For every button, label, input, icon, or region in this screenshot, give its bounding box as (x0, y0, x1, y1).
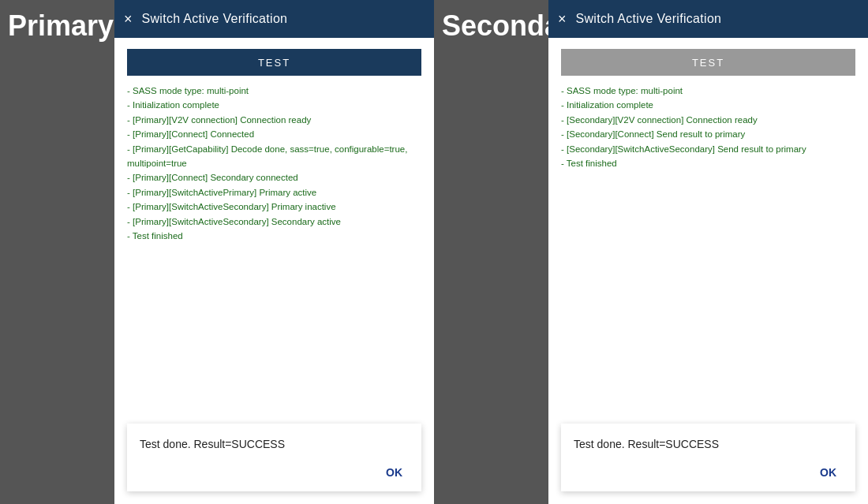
left-panel-label: Primary (0, 0, 114, 504)
right-ok-button[interactable]: OK (814, 463, 843, 482)
right-result-text: Test done. Result=SUCCESS (574, 438, 843, 450)
right-dialog-topbar: × Switch Active Verification (548, 0, 868, 38)
log-line: - [Secondary][SwitchActiveSecondary] Sen… (561, 142, 855, 156)
left-close-button[interactable]: × (124, 12, 133, 26)
log-line: - SASS mode type: multi-point (127, 84, 421, 98)
log-line: - [Primary][SwitchActivePrimary] Primary… (127, 185, 421, 200)
left-test-button[interactable]: TEST (127, 49, 421, 76)
log-line: - [Primary][Connect] Connected (127, 127, 421, 141)
left-dialog-body: TEST - SASS mode type: multi-point- Init… (114, 38, 434, 504)
right-dialog-body: TEST - SASS mode type: multi-point- Init… (548, 38, 868, 504)
primary-label: Primary (8, 9, 114, 43)
right-phone: × Switch Active Verification TEST - SASS… (548, 0, 868, 504)
log-line: - Test finished (561, 156, 855, 170)
right-test-button: TEST (561, 49, 855, 76)
left-panel: Primary × Switch Active Verification TES… (0, 0, 434, 504)
log-line: - Initialization complete (561, 98, 855, 112)
left-phone: × Switch Active Verification TEST - SASS… (114, 0, 434, 504)
left-log-area: - SASS mode type: multi-point- Initializ… (114, 76, 434, 417)
left-result-text: Test done. Result=SUCCESS (140, 438, 409, 450)
log-line: - [Primary][Connect] Secondary connected (127, 170, 421, 185)
left-dialog-title: Switch Active Verification (142, 12, 288, 26)
right-log-area: - SASS mode type: multi-point- Initializ… (548, 76, 868, 417)
log-line: - [Primary][SwitchActiveSecondary] Secon… (127, 215, 421, 229)
right-dialog-overlay: × Switch Active Verification TEST - SASS… (548, 0, 868, 504)
log-line: - Initialization complete (127, 98, 421, 112)
left-ok-button[interactable]: OK (380, 463, 409, 482)
log-line: - [Secondary][Connect] Send result to pr… (561, 127, 855, 141)
right-panel-label: Secondary (434, 0, 548, 504)
log-line: - [Primary][SwitchActiveSecondary] Prima… (127, 200, 421, 214)
right-close-button[interactable]: × (558, 12, 567, 26)
left-dialog-overlay: × Switch Active Verification TEST - SASS… (114, 0, 434, 504)
log-line: - [Secondary][V2V connection] Connection… (561, 113, 855, 127)
log-line: - [Primary][GetCapability] Decode done, … (127, 142, 421, 171)
right-panel: Secondary × Switch Active Verification T… (434, 0, 868, 504)
left-result-dialog: Test done. Result=SUCCESS OK (127, 424, 421, 491)
right-dialog-title: Switch Active Verification (576, 12, 722, 26)
log-line: - SASS mode type: multi-point (561, 84, 855, 98)
log-line: - [Primary][V2V connection] Connection r… (127, 113, 421, 127)
log-line: - Test finished (127, 229, 421, 243)
left-dialog-topbar: × Switch Active Verification (114, 0, 434, 38)
right-result-dialog: Test done. Result=SUCCESS OK (561, 424, 855, 491)
